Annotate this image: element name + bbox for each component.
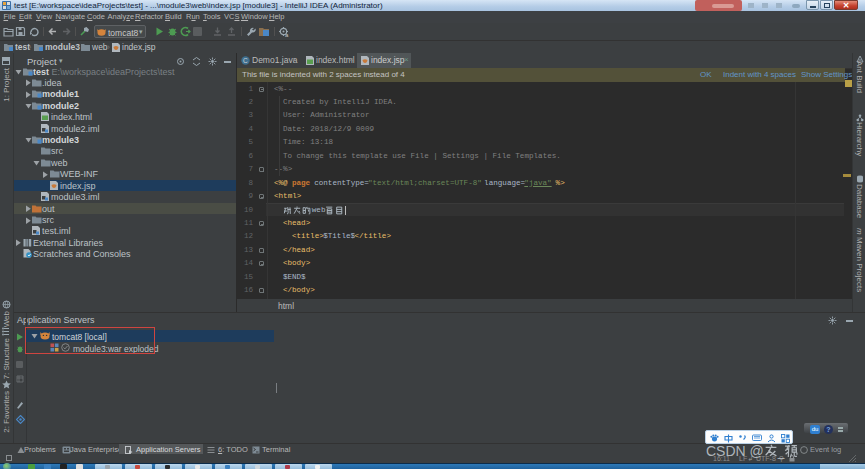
svg-text:a: a (285, 32, 289, 37)
svg-text:C: C (243, 57, 248, 64)
